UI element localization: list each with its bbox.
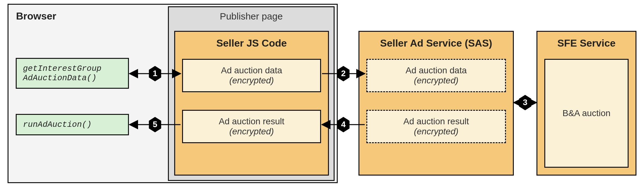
seller-js-data-label: Ad auction data (186, 65, 317, 76)
api-run-ad-label: runAdAuction() (23, 120, 122, 129)
sas-data-box: Ad auction data (encrypted) (366, 59, 506, 92)
seller-js-data-box: Ad auction data (encrypted) (182, 59, 321, 92)
publisher-page-label: Publisher page (169, 11, 334, 22)
sas-result-label: Ad auction result (370, 116, 502, 126)
sfe-body-box: B&A auction (544, 59, 629, 168)
seller-js-title: Seller JS Code (175, 32, 328, 52)
api-get-ig-box: getInterestGroup AdAuctionData() (16, 58, 129, 89)
svg-marker-7 (337, 117, 349, 132)
browser-label: Browser (16, 10, 56, 22)
sas-data-enc: (encrypted) (370, 76, 502, 86)
sfe-body-label: B&A auction (563, 108, 611, 118)
api-get-ig-l1: getInterestGroup (23, 64, 122, 73)
sas-result-box: Ad auction result (encrypted) (366, 110, 506, 143)
seller-js-card: Seller JS Code Ad auction data (encrypte… (174, 31, 329, 176)
seller-js-result-enc: (encrypted) (186, 126, 317, 137)
svg-marker-5 (519, 95, 531, 110)
svg-marker-3 (337, 66, 349, 81)
seller-js-result-label: Ad auction result (186, 116, 317, 126)
seller-js-data-enc: (encrypted) (186, 76, 317, 86)
sfe-title: SFE Service (537, 32, 636, 52)
sas-title: Seller Ad Service (SAS) (359, 32, 513, 52)
sas-result-enc: (encrypted) (370, 126, 502, 137)
seller-js-result-box: Ad auction result (encrypted) (182, 110, 321, 143)
api-run-ad-box: runAdAuction() (16, 114, 129, 135)
api-get-ig-l2: AdAuctionData() (23, 73, 122, 83)
sfe-card: SFE Service B&A auction (536, 31, 636, 176)
diagram-canvas: Browser Publisher page Seller JS Code Ad… (0, 0, 644, 191)
sas-card: Seller Ad Service (SAS) Ad auction data … (358, 31, 514, 176)
sas-data-label: Ad auction data (370, 65, 502, 76)
step-3-badge: 3 (523, 98, 527, 107)
step-4-badge: 4 (341, 120, 346, 129)
step-2-badge: 2 (341, 69, 346, 78)
